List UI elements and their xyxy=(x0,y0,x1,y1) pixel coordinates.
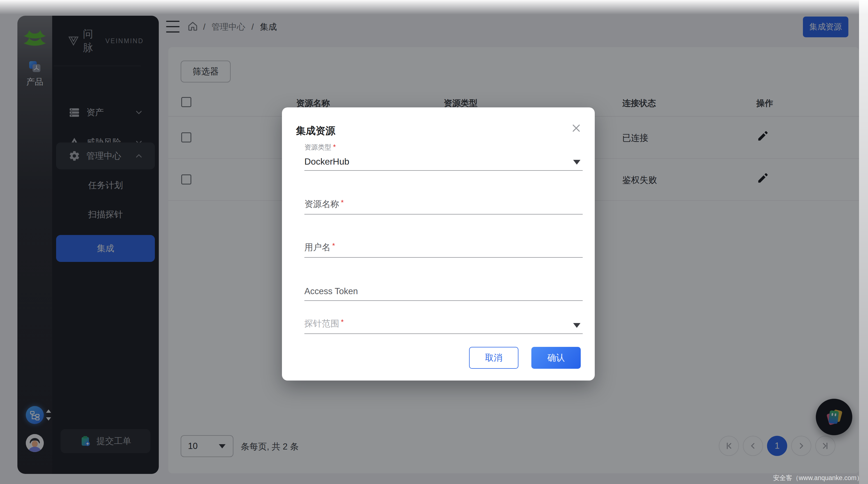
dropdown-arrow-icon xyxy=(573,323,581,328)
username-input[interactable]: 用户名* xyxy=(304,235,583,258)
field-label: Access Token xyxy=(304,286,358,296)
field-label: 用户名 xyxy=(304,242,331,252)
field-label: 资源类型 xyxy=(304,143,331,151)
dropdown-arrow-icon xyxy=(573,160,581,165)
confirm-button[interactable]: 确认 xyxy=(531,347,581,369)
required-mark: * xyxy=(333,143,336,151)
field-label: 资源名称 xyxy=(304,199,339,209)
cancel-button[interactable]: 取消 xyxy=(469,347,519,369)
integrate-resource-modal: 集成资源 资源类型* DockerHub 资源名称* 用户名* xyxy=(282,107,595,381)
watermark: 安全客（www.anquanke.com） xyxy=(773,474,863,482)
top-edge-glow xyxy=(0,0,868,14)
modal-title: 集成资源 xyxy=(296,124,335,137)
field-underline xyxy=(304,300,583,301)
right-edge-glow xyxy=(859,0,868,484)
required-mark: * xyxy=(341,318,344,326)
close-icon[interactable] xyxy=(570,122,582,134)
field-underline xyxy=(304,170,583,171)
resource-name-input[interactable]: 资源名称* xyxy=(304,192,583,215)
field-underline xyxy=(304,214,583,215)
resource-type-select[interactable]: 资源类型* DockerHub xyxy=(304,143,583,171)
required-mark: * xyxy=(332,241,335,250)
field-label: 探针范围 xyxy=(304,319,339,328)
probe-scope-select[interactable]: 探针范围* xyxy=(304,311,583,334)
app-screen: 产品 问脉 xyxy=(0,0,868,484)
required-mark: * xyxy=(341,198,344,207)
field-underline xyxy=(304,257,583,258)
resource-type-value: DockerHub xyxy=(304,157,349,167)
access-token-input[interactable]: Access Token xyxy=(304,278,583,301)
field-underline xyxy=(304,333,583,334)
